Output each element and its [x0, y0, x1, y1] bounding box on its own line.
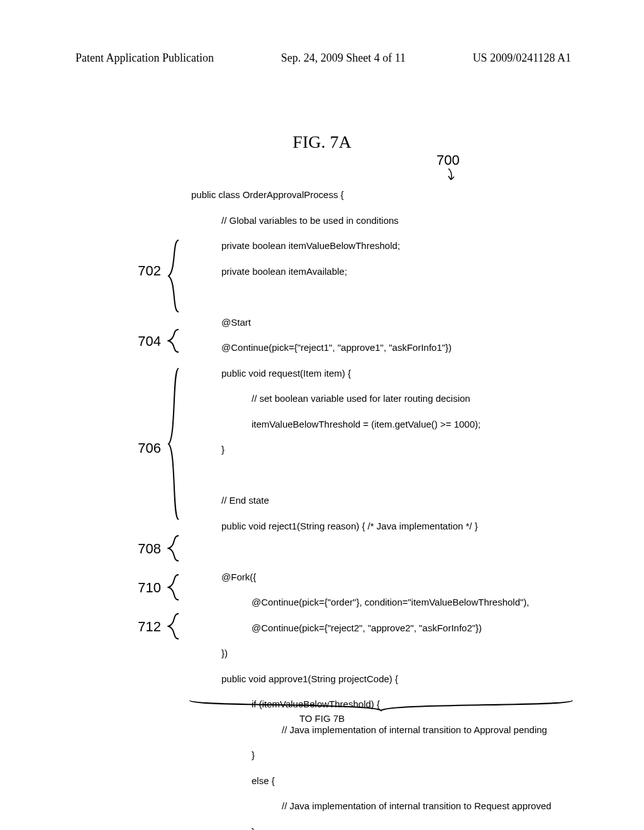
code-line: // End state: [191, 494, 552, 507]
code-line: public void request(Item item) {: [191, 367, 552, 380]
code-line: public void approve1(String projectCode)…: [191, 673, 552, 685]
code-line: @Start: [191, 316, 552, 329]
ref-712: 712: [132, 619, 161, 635]
bottom-brace-icon: [189, 699, 574, 712]
code-listing: public class OrderApprovalProcess { // G…: [191, 176, 552, 830]
brace-icon: [167, 534, 181, 562]
header-left: Patent Application Publication: [75, 52, 214, 65]
brace-icon: [167, 239, 181, 313]
code-line: // Global variables to be used in condit…: [191, 214, 552, 227]
code-line: }: [191, 749, 552, 761]
code-line: else {: [191, 775, 552, 787]
code-line: private boolean itemAvailable;: [191, 265, 552, 278]
brace-icon: [167, 328, 181, 353]
ref-702: 702: [132, 263, 161, 279]
code-line: // Java implementation of internal trans…: [191, 724, 552, 736]
brace-icon: [167, 367, 181, 521]
code-line: public void reject1(String reason) { /* …: [191, 520, 552, 533]
code-line: @Continue(pick={"reject2", "approve2", "…: [191, 622, 552, 634]
to-fig-label: TO FIG 7B: [0, 713, 644, 724]
ref-704: 704: [132, 333, 161, 350]
code-line: itemValueBelowThreshold = (item.getValue…: [191, 418, 552, 431]
header-center: Sep. 24, 2009 Sheet 4 of 11: [281, 52, 406, 65]
ref-706: 706: [132, 440, 161, 456]
code-line: @Fork({: [191, 571, 552, 584]
brace-icon: [167, 573, 181, 601]
header-right: US 2009/0241128 A1: [473, 52, 571, 65]
code-line: // Java implementation of internal trans…: [191, 800, 552, 812]
code-line: }: [191, 826, 552, 830]
ref-710: 710: [132, 580, 161, 596]
code-line: private boolean itemValueBelowThreshold;: [191, 240, 552, 252]
figure-title: FIG. 7A: [0, 132, 644, 152]
brace-icon: [167, 612, 181, 640]
code-line: @Continue(pick={"reject1", "approve1", "…: [191, 341, 552, 354]
code-line: // set boolean variable used for later r…: [191, 392, 552, 405]
code-line: }): [191, 647, 552, 660]
ref-708: 708: [132, 541, 161, 557]
code-line: @Continue(pick={"order"}, condition="ite…: [191, 596, 552, 609]
ref-700: 700: [436, 152, 460, 169]
page-header: Patent Application Publication Sep. 24, …: [0, 52, 644, 65]
code-line: }: [191, 443, 552, 456]
code-line: public class OrderApprovalProcess {: [191, 189, 552, 201]
